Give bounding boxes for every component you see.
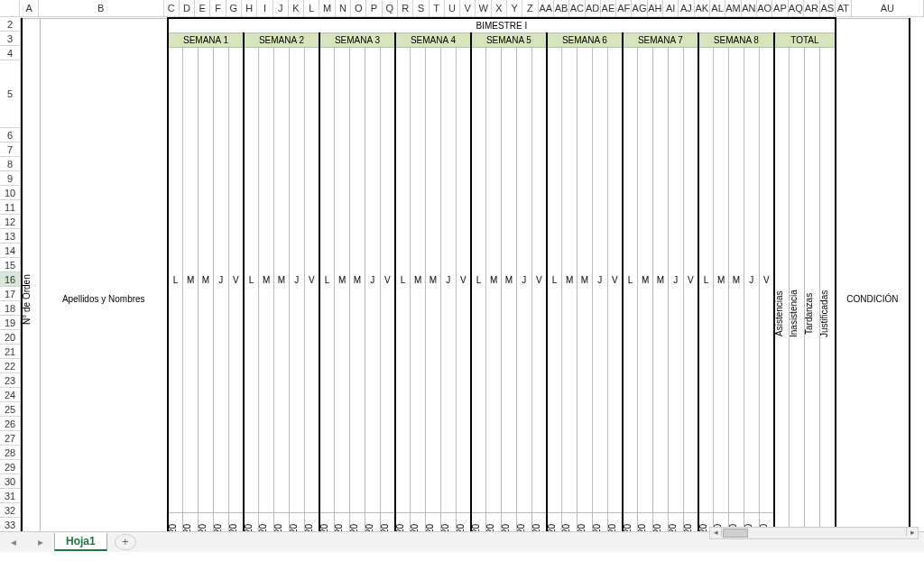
row-header-23[interactable]: 23 [0,373,20,388]
col-header-H[interactable]: H [242,0,257,16]
row-header-24[interactable]: 24 [0,388,20,402]
col-header-A[interactable]: A [20,0,38,16]
col-header-AE[interactable]: AE [601,0,616,16]
col-header-M[interactable]: M [319,0,335,16]
col-header-B[interactable]: B [39,0,164,16]
col-header-R[interactable]: R [398,0,413,16]
row-header-28[interactable]: 28 [0,446,20,460]
week-header-6: SEMANA 6 [547,33,623,48]
col-header-AO[interactable]: AO [757,0,772,16]
row-header-14[interactable]: 14 [0,244,20,258]
row-header-13[interactable]: 13 [0,229,20,244]
scroll-right-arrow-icon[interactable]: ▸ [906,528,918,537]
row-header-18[interactable]: 18 [0,301,20,316]
row-header-32[interactable]: 32 [0,503,20,518]
row-header-9[interactable]: 9 [0,171,20,186]
col-header-AM[interactable]: AM [725,0,742,16]
col-header-Y[interactable]: Y [507,0,522,16]
horizontal-scrollbar[interactable]: ◂ ▸ [709,527,919,539]
day-label: M [562,48,578,513]
col-header-N[interactable]: N [336,0,351,16]
day-label: L [623,48,638,513]
row-header-21[interactable]: 21 [0,345,20,359]
col-header-AC[interactable]: AC [569,0,585,16]
row-header-2[interactable]: 2 [0,17,20,32]
row-header-6[interactable]: 6 [0,128,20,143]
col-header-D[interactable]: D [180,0,195,16]
col-header-I[interactable]: I [257,0,273,16]
row-header-20[interactable]: 20 [0,330,20,345]
row-header-19[interactable]: 19 [0,316,20,330]
nav-next-icon[interactable]: ▸ [38,536,43,548]
col-header-AD[interactable]: AD [586,0,601,16]
date-header: 24/07/2020 [683,512,698,531]
col-header-AB[interactable]: AB [554,0,569,16]
row-header-3[interactable]: 3 [0,32,20,46]
row-header-31[interactable]: 31 [0,489,20,503]
row-header-8[interactable]: 8 [0,157,20,171]
col-header-W[interactable]: W [476,0,491,16]
col-header-AF[interactable]: AF [616,0,632,16]
col-header-AK[interactable]: AK [695,0,710,16]
row-header-33[interactable]: 33 [0,518,20,531]
row-header-4[interactable]: 4 [0,46,20,60]
tab-nav[interactable]: ◂ ▸ [0,536,54,548]
scroll-thumb[interactable] [723,529,748,538]
row-header-27[interactable]: 27 [0,431,20,446]
col-header-X[interactable]: X [492,0,507,16]
col-header-AA[interactable]: AA [539,0,554,16]
col-header-AQ[interactable]: AQ [789,0,804,16]
sheet-tab-hoja1[interactable]: Hoja1 [54,533,107,551]
col-header-Q[interactable]: Q [383,0,398,16]
col-header-S[interactable]: S [413,0,429,16]
row-header-11[interactable]: 11 [0,200,20,215]
col-header-F[interactable]: F [210,0,226,16]
row-header-29[interactable]: 29 [0,460,20,474]
nav-prev-icon[interactable]: ◂ [11,536,16,548]
day-label: M [486,48,502,513]
row-header-22[interactable]: 22 [0,359,20,373]
col-header-AU[interactable]: AU [852,0,924,16]
col-header-Z[interactable]: Z [522,0,538,16]
row-header-12[interactable]: 12 [0,215,20,229]
col-header-AR[interactable]: AR [804,0,819,16]
scroll-left-arrow-icon[interactable]: ◂ [710,528,722,537]
day-label: L [168,48,183,513]
col-header-U[interactable]: U [445,0,460,16]
row-header-16[interactable]: 16 [0,272,20,287]
col-header-AI[interactable]: AI [663,0,679,16]
col-header-P[interactable]: P [366,0,382,16]
col-header-AL[interactable]: AL [710,0,725,16]
col-header-K[interactable]: K [289,0,304,16]
col-header-T[interactable]: T [430,0,445,16]
col-header-AJ[interactable]: AJ [679,0,694,16]
col-header-AT[interactable]: AT [836,0,851,16]
row-header-7[interactable]: 7 [0,143,20,157]
col-header-O[interactable]: O [351,0,366,16]
col-header-AS[interactable]: AS [820,0,836,16]
col-header-AG[interactable]: AG [632,0,647,16]
col-header-C[interactable]: C [164,0,180,16]
day-label: M [426,48,441,513]
col-header-L[interactable]: L [304,0,319,16]
col-header-G[interactable]: G [226,0,242,16]
row-header-10[interactable]: 10 [0,186,20,200]
new-sheet-button[interactable]: + [115,534,136,550]
col-header-AN[interactable]: AN [742,0,757,16]
day-label: L [395,48,411,513]
row-header-15[interactable]: 15 [0,258,20,272]
col-header-V[interactable]: V [460,0,476,16]
col-header-E[interactable]: E [195,0,210,16]
row-header-25[interactable]: 25 [0,402,20,417]
row-header-30[interactable]: 30 [0,474,20,489]
col-header-J[interactable]: J [273,0,289,16]
week-header-7: SEMANA 7 [623,33,698,48]
row-header-17[interactable]: 17 [0,287,20,301]
row-header-5[interactable]: 5 [0,60,20,128]
col-header-AP[interactable]: AP [772,0,788,16]
day-label: M [728,48,744,513]
col-header-AH[interactable]: AH [648,0,663,16]
date-header: 24/06/2020 [350,512,365,531]
day-label: M [350,48,365,513]
row-header-26[interactable]: 26 [0,417,20,431]
